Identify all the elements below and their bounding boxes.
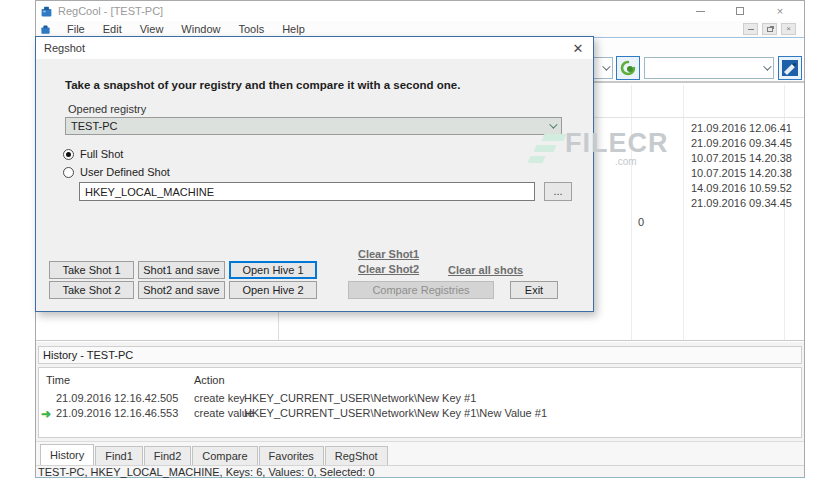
history-time: 21.09.2016 12.16.42.505 [56, 392, 178, 404]
menu-view[interactable]: View [131, 23, 173, 35]
chevron-down-icon [549, 120, 557, 128]
registry-key-input[interactable] [79, 182, 535, 201]
exit-button[interactable]: Exit [510, 281, 558, 299]
tab-history[interactable]: History [40, 444, 94, 465]
mdi-child-icon [40, 24, 51, 35]
shot2-and-save-button[interactable]: Shot2 and save [138, 281, 225, 299]
status-bar: TEST-PC, HKEY_LOCAL_MACHINE, Keys: 6, Va… [36, 465, 804, 477]
tab-compare[interactable]: Compare [192, 446, 257, 465]
regshot-dialog: Regshot ✕ Take a snapshot of your regist… [35, 36, 594, 312]
open-hive1-button[interactable]: Open Hive 1 [229, 261, 317, 279]
menu-tools[interactable]: Tools [229, 23, 273, 35]
take-shot1-button[interactable]: Take Shot 1 [49, 261, 134, 279]
dialog-titlebar: Regshot ✕ [36, 37, 593, 59]
column-divider [631, 85, 632, 340]
dialog-description: Take a snapshot of your registry and the… [65, 79, 460, 91]
history-action: create key [194, 392, 245, 404]
history-path: HKEY_CURRENT_USER\Network\New Key #1\New… [244, 407, 547, 419]
menu-window[interactable]: Window [172, 23, 229, 35]
window-controls: × [680, 1, 800, 21]
clear-all-shots-link[interactable]: Clear all shots [448, 264, 523, 276]
clear-shot1-link[interactable]: Clear Shot1 [358, 248, 419, 260]
screenshot-root: RegCool - [TEST-PC] × File Edit View Win… [0, 0, 836, 484]
full-shot-label: Full Shot [80, 148, 123, 160]
history-path: HKEY_CURRENT_USER\Network\New Key #1 [244, 392, 476, 404]
table-row[interactable]: 21.09.2016 12.16.42.505 create key HKEY_… [39, 392, 801, 407]
list-item[interactable]: 21.09.2016 09.34.45 [691, 136, 792, 151]
mdi-close-icon[interactable]: × [781, 23, 796, 35]
browse-button[interactable]: ... [544, 182, 572, 201]
list-item[interactable]: 21.09.2016 12.06.41 [691, 121, 792, 136]
registry-tool-icon [781, 59, 799, 77]
chevron-down-icon [763, 62, 771, 70]
size-total-value: 0 [596, 216, 644, 228]
full-shot-radio[interactable]: Full Shot [63, 148, 123, 160]
opened-registry-label: Opened registry [68, 103, 146, 115]
radio-selected-icon [63, 149, 74, 160]
window-title: RegCool - [TEST-PC] [58, 5, 163, 17]
tab-regshot[interactable]: RegShot [325, 446, 388, 465]
regcool-app-icon [40, 5, 53, 18]
current-position-arrow-icon: ➜ [41, 407, 51, 421]
bottom-tab-bar: History Find1 Find2 Compare Favorites Re… [36, 441, 804, 465]
dialog-close-icon[interactable]: ✕ [569, 39, 587, 57]
list-item[interactable]: 14.09.2016 10.59.52 [691, 181, 792, 196]
close-icon[interactable]: × [760, 1, 800, 21]
minimize-icon[interactable] [680, 1, 720, 21]
history-panel: History - TEST-PC Time Action 21.09.2016… [36, 342, 804, 441]
compare-tool-button[interactable] [778, 56, 802, 80]
open-hive2-button[interactable]: Open Hive 2 [229, 281, 317, 299]
history-column-time[interactable]: Time [46, 374, 70, 386]
list-item[interactable]: 21.09.2016 09.34.45 [691, 196, 792, 211]
shot1-and-save-button[interactable]: Shot1 and save [138, 261, 225, 279]
search-combobox[interactable] [644, 57, 774, 79]
tab-favorites[interactable]: Favorites [259, 446, 324, 465]
user-defined-shot-radio[interactable]: User Defined Shot [63, 166, 170, 178]
table-row[interactable]: ➜ 21.09.2016 12.16.46.553 create value H… [39, 407, 801, 422]
history-panel-title: History - TEST-PC [38, 346, 802, 364]
opened-registry-combobox[interactable]: TEST-PC [65, 117, 562, 135]
mdi-restore-icon[interactable] [762, 23, 777, 35]
take-shot2-button[interactable]: Take Shot 2 [49, 281, 134, 299]
chevron-down-icon [602, 62, 610, 70]
menu-help[interactable]: Help [273, 23, 314, 35]
tab-find2[interactable]: Find2 [144, 446, 192, 465]
refresh-button[interactable] [616, 56, 640, 80]
opened-registry-value: TEST-PC [71, 120, 117, 132]
tab-find1[interactable]: Find1 [95, 446, 143, 465]
window-titlebar: RegCool - [TEST-PC] × [36, 1, 804, 21]
user-defined-shot-label: User Defined Shot [80, 166, 170, 178]
refresh-icon [620, 60, 636, 76]
history-time: 21.09.2016 12.16.46.553 [56, 407, 178, 419]
registry-list: 21.09.2016 12.06.41 21.09.2016 09.34.45 … [691, 121, 792, 211]
dialog-title: Regshot [44, 42, 85, 54]
compare-registries-button[interactable]: Compare Registries [348, 281, 494, 299]
column-divider [683, 85, 684, 340]
clear-shot2-link[interactable]: Clear Shot2 [358, 263, 419, 275]
radio-unselected-icon [63, 167, 74, 178]
menu-file[interactable]: File [58, 23, 94, 35]
mdi-minimize-icon[interactable] [743, 23, 758, 35]
mdi-window-controls: × [743, 23, 796, 35]
list-item[interactable]: 10.07.2015 14.20.38 [691, 151, 792, 166]
history-table: Time Action 21.09.2016 12.16.42.505 crea… [38, 367, 802, 438]
list-item[interactable]: 10.07.2015 14.20.38 [691, 166, 792, 181]
menu-edit[interactable]: Edit [94, 23, 131, 35]
history-column-action[interactable]: Action [194, 374, 225, 386]
maximize-icon[interactable] [720, 1, 760, 21]
